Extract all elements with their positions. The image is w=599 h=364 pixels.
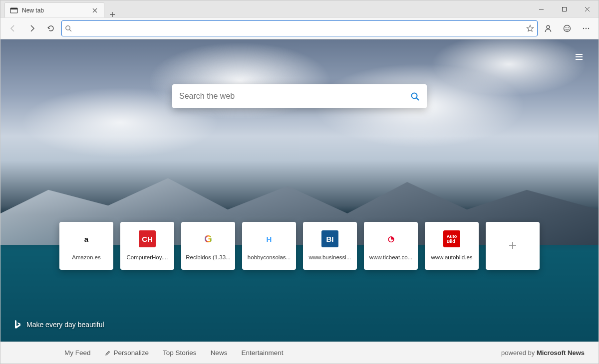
forward-button[interactable] (23, 20, 40, 37)
powered-by-prefix: powered by (501, 349, 537, 357)
search-icon (65, 25, 72, 32)
svg-point-7 (568, 27, 569, 28)
quick-link-tile[interactable]: CHComputerHoy.... (120, 222, 174, 270)
titlebar: New tab (0, 0, 599, 17)
close-window-button[interactable] (576, 0, 599, 17)
address-input[interactable] (75, 24, 523, 32)
footer-link-personalize[interactable]: Personalize (105, 349, 149, 357)
tile-label: www.autobild.es (431, 254, 472, 260)
quick-link-tile[interactable]: AutoBildwww.autobild.es (425, 222, 479, 270)
background-clouds (0, 39, 599, 205)
powered-by-brand: Microsoft News (537, 349, 585, 357)
tile-icon: CH (139, 230, 156, 247)
svg-rect-2 (562, 7, 566, 11)
quick-link-tile[interactable]: Hhobbyconsolas... (242, 222, 296, 270)
tab-title: New tab (22, 7, 91, 14)
svg-point-8 (583, 28, 584, 29)
maximize-button[interactable] (553, 0, 576, 17)
tile-label: Recibidos (1.33... (186, 254, 231, 260)
quick-link-tile[interactable]: aAmazon.es (59, 222, 113, 270)
tile-label: hobbyconsolas... (248, 254, 291, 260)
news-footer: My Feed Personalize Top Stories News Ent… (0, 342, 599, 364)
tile-icon: AutoBild (443, 230, 460, 247)
tab-strip: New tab (0, 0, 120, 17)
toolbar (0, 17, 599, 39)
plus-icon (507, 240, 518, 251)
svg-point-10 (588, 28, 589, 29)
minimize-button[interactable] (530, 0, 553, 17)
favorite-star-icon[interactable] (526, 24, 534, 32)
quick-links-row: aAmazon.esCHComputerHoy....GRecibidos (1… (59, 222, 540, 270)
quick-link-tile[interactable]: ◔www.ticbeat.co... (364, 222, 418, 270)
bing-tagline: Make every day beautiful (13, 320, 104, 330)
tab-close-button[interactable] (91, 6, 99, 14)
tile-label: ComputerHoy.... (127, 254, 168, 260)
tile-label: www.businessi... (308, 254, 351, 260)
window-controls (530, 0, 599, 17)
powered-by: powered by Microsoft News (501, 349, 585, 357)
web-search-input[interactable] (179, 92, 410, 101)
web-search-box[interactable] (172, 84, 427, 108)
footer-link-news[interactable]: News (211, 349, 228, 357)
bing-logo-icon (13, 320, 21, 330)
svg-point-11 (412, 93, 417, 99)
refresh-button[interactable] (42, 20, 59, 37)
svg-point-3 (66, 26, 70, 30)
svg-point-4 (547, 25, 550, 28)
pencil-icon (105, 350, 111, 356)
footer-link-personalize-label: Personalize (114, 349, 149, 357)
footer-link-myfeed[interactable]: My Feed (64, 349, 91, 357)
new-tab-page: aAmazon.esCHComputerHoy....GRecibidos (1… (0, 39, 599, 342)
browser-tab[interactable]: New tab (4, 2, 104, 17)
quick-link-tile[interactable]: BIwww.businessi... (303, 222, 357, 270)
footer-link-topstories[interactable]: Top Stories (163, 349, 197, 357)
more-menu-button[interactable] (578, 20, 595, 37)
footer-links: My Feed Personalize Top Stories News Ent… (64, 349, 283, 357)
tile-icon: G (200, 230, 217, 247)
add-quick-link-button[interactable] (486, 222, 540, 270)
svg-point-9 (586, 28, 587, 29)
tile-icon: H (261, 230, 278, 247)
browser-window: New tab (0, 0, 599, 364)
back-button[interactable] (4, 20, 21, 37)
new-tab-button[interactable] (104, 11, 120, 17)
tab-favicon (10, 6, 18, 14)
tile-label: Amazon.es (72, 254, 101, 260)
address-bar[interactable] (61, 20, 538, 36)
svg-rect-1 (10, 8, 17, 9)
tile-icon: ◔ (382, 230, 399, 247)
tile-label: www.ticbeat.co... (369, 254, 412, 260)
svg-point-6 (566, 27, 567, 28)
profile-button[interactable] (540, 20, 557, 37)
feedback-smiley-button[interactable] (559, 20, 576, 37)
bing-tagline-text: Make every day beautiful (26, 321, 104, 329)
tile-icon: a (78, 230, 95, 247)
tile-icon: BI (321, 230, 338, 247)
web-search-submit-icon[interactable] (410, 91, 420, 101)
footer-link-entertainment[interactable]: Entertainment (241, 349, 283, 357)
svg-point-5 (564, 25, 571, 32)
page-settings-button[interactable] (571, 48, 588, 65)
quick-link-tile[interactable]: GRecibidos (1.33... (181, 222, 235, 270)
